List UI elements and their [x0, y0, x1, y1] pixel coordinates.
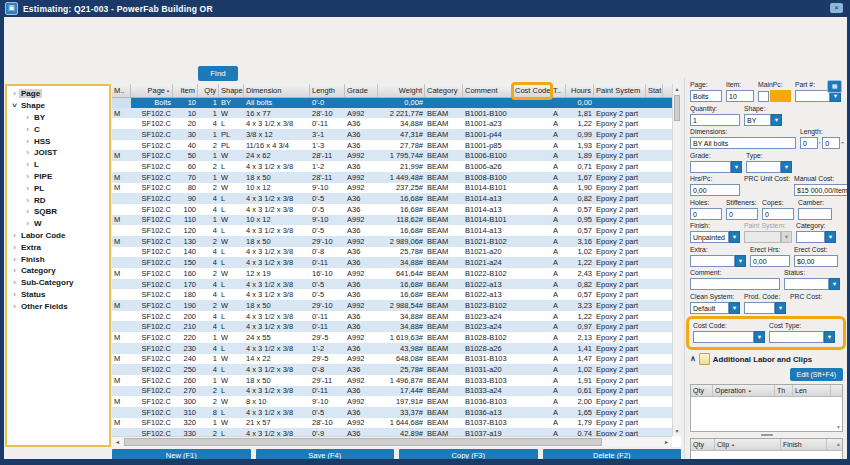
chevron-down-icon[interactable]: ˅: [10, 101, 19, 110]
tree-item-labor-code[interactable]: ›Labor Code: [7, 230, 109, 242]
clips-column-finish[interactable]: Finish: [781, 439, 827, 450]
tree-item-rd[interactable]: ›RD: [7, 194, 109, 206]
operations-column-len[interactable]: Len: [793, 385, 831, 396]
copes-field[interactable]: 0: [762, 208, 794, 220]
chevron-right-icon[interactable]: ›: [23, 137, 32, 146]
column-header-page[interactable]: Page▲: [131, 84, 173, 97]
chevron-right-icon[interactable]: ›: [23, 207, 32, 216]
chevron-right-icon[interactable]: ›: [10, 243, 19, 252]
finish-field[interactable]: Unpainted: [690, 231, 729, 243]
dropdown-arrow-icon[interactable]: ▼: [771, 114, 782, 126]
column-header-hours[interactable]: Hours: [566, 84, 594, 97]
column-header-category[interactable]: Category: [425, 84, 463, 97]
grid-row[interactable]: MSF102.C3201W21 x 5728'-10A9921 644,68#B…: [112, 418, 672, 429]
scroll-up-icon[interactable]: ▲: [673, 84, 681, 94]
grade-field[interactable]: [690, 161, 731, 173]
comment-field[interactable]: [690, 278, 780, 290]
grid-row[interactable]: SF102.C1204L4 x 3 1/2 x 3/80'-5A3616,68#…: [112, 225, 672, 236]
grid-row[interactable]: SF102.C1404L4 x 3 1/2 x 3/80'-8A3625,78#…: [112, 247, 672, 258]
chevron-right-icon[interactable]: ›: [10, 255, 19, 264]
vertical-scroll-thumb[interactable]: [674, 95, 680, 121]
expand-panel-icon[interactable]: ▦: [827, 80, 842, 93]
find-button[interactable]: Find: [198, 66, 238, 81]
tree-item-pipe[interactable]: ›PIPE: [7, 171, 109, 183]
grid-row[interactable]: SF102.C3108L4 x 3 1/2 x 3/80'-5A3633,37#…: [112, 407, 672, 418]
grid-row[interactable]: Bolts101BYAll bolts0'-00,00#0,00: [112, 97, 672, 108]
grid-row[interactable]: SF102.C602L4 x 3 1/2 x 3/81'-2A3621,99#B…: [112, 161, 672, 172]
grid-row[interactable]: MSF102.C802W10 x 129'-10A992237,25#BEAMB…: [112, 183, 672, 194]
tree-item-category[interactable]: ›Category: [7, 265, 109, 277]
dropdown-arrow-icon[interactable]: ▼: [754, 331, 765, 343]
grid-row[interactable]: SF102.C2504L4 x 3 1/2 x 3/80'-8A3625,78#…: [112, 364, 672, 375]
grid-row[interactable]: SF102.C2104L4 x 3 1/2 x 3/80'-11A3634,88…: [112, 321, 672, 332]
cost-code-field[interactable]: [693, 331, 754, 343]
tree-item-status[interactable]: ›Status: [7, 289, 109, 301]
operations-column-operation[interactable]: Operation▲: [713, 385, 775, 396]
dropdown-arrow-icon[interactable]: ▼: [825, 231, 836, 243]
grid-row[interactable]: SF102.C1704L4 x 3 1/2 x 3/80'-5A3616,68#…: [112, 279, 672, 290]
grid-row[interactable]: SF102.C904L4 x 3 1/2 x 3/80'-5A3616,68#B…: [112, 193, 672, 204]
tree-item-by[interactable]: ›BY: [7, 112, 109, 124]
column-header-grade[interactable]: Grade: [345, 84, 378, 97]
tree-item-sub-category[interactable]: ›Sub-Category: [7, 277, 109, 289]
edit-labor-button[interactable]: Edit (Sft+F4): [790, 368, 843, 381]
prod-code-field[interactable]: [744, 302, 775, 314]
tree-item-finish[interactable]: ›Finish: [7, 253, 109, 265]
collapse-section-icon[interactable]: ∧: [690, 355, 696, 363]
chevron-right-icon[interactable]: ›: [23, 184, 32, 193]
dimensions-field[interactable]: BY All bolts: [690, 137, 796, 149]
dropdown-arrow-icon[interactable]: ▼: [729, 231, 740, 243]
column-header-dimension[interactable]: Dimension: [244, 84, 310, 97]
grid-row[interactable]: SF102.C402PL11/16 x 4 3/41'-3A3627,78#BE…: [112, 140, 672, 151]
chevron-right-icon[interactable]: ›: [10, 302, 19, 311]
column-header-stat[interactable]: Stat: [646, 84, 663, 97]
grid-row[interactable]: SF102.C1004L4 x 3 1/2 x 3/80'-5A3616,68#…: [112, 204, 672, 215]
operations-column-th[interactable]: Th: [775, 385, 793, 396]
chevron-right-icon[interactable]: ›: [10, 89, 19, 98]
tree-item-page[interactable]: ›Page: [7, 88, 109, 100]
horizontal-scrollbar[interactable]: ◄ ►: [112, 436, 672, 447]
dropdown-arrow-icon[interactable]: ▼: [775, 302, 786, 314]
column-header-m[interactable]: M..: [112, 84, 131, 97]
manual-cost-field[interactable]: $15 000,00/Item: [794, 184, 850, 196]
grid-row[interactable]: MSF102.C2601W18 x 5029'-11A9921 496,87#B…: [112, 375, 672, 386]
grid-row[interactable]: SF102.C2304L4 x 3 1/2 x 3/81'-2A3643,98#…: [112, 343, 672, 354]
dropdown-arrow-icon[interactable]: ▼: [829, 278, 840, 290]
chevron-right-icon[interactable]: ›: [10, 266, 19, 275]
chevron-right-icon[interactable]: ›: [10, 231, 19, 240]
shape-field[interactable]: BY: [744, 114, 771, 126]
type-field[interactable]: [746, 161, 781, 173]
scroll-right-icon[interactable]: ►: [661, 437, 672, 447]
scroll-left-icon[interactable]: ◄: [112, 437, 123, 447]
grid-row[interactable]: MSF102.C1302W18 x 5029'-10A9922 989,06#B…: [112, 236, 672, 247]
tree-item-l[interactable]: ›L: [7, 159, 109, 171]
grid-row[interactable]: SF102.C204L4 x 3 1/2 x 3/80'-11A3634,88#…: [112, 118, 672, 129]
operations-grid-body[interactable]: [691, 397, 842, 431]
grid-row[interactable]: MSF102.C3002W8 x 109'-10A992197,91#BEAMB…: [112, 396, 672, 407]
page-field[interactable]: Bolts: [690, 90, 722, 102]
grid-row[interactable]: SF102.C2004L4 x 3 1/2 x 3/80'-11A3634,88…: [112, 311, 672, 322]
column-header-cost-code[interactable]: Cost Code: [513, 84, 551, 97]
dropdown-arrow-icon[interactable]: ▼: [729, 302, 740, 314]
grid-row[interactable]: MSF102.C2401W14 x 2229'-5A992648,08#BEAM…: [112, 354, 672, 365]
grid-row[interactable]: SF102.C1804L4 x 3 1/2 x 3/80'-5A3616,68#…: [112, 289, 672, 300]
chevron-right-icon[interactable]: ›: [23, 148, 32, 157]
dropdown-arrow-icon[interactable]: ▼: [824, 331, 835, 343]
column-header-paint-system[interactable]: Paint System: [594, 84, 646, 97]
tree-item-shape[interactable]: ˅Shape: [7, 100, 109, 112]
hrs-pc-field[interactable]: 0,00: [690, 184, 740, 196]
scroll-down-icon[interactable]: ▼: [673, 426, 681, 436]
camber-field[interactable]: [798, 208, 832, 220]
horizontal-scroll-thumb[interactable]: [124, 438, 602, 446]
chevron-right-icon[interactable]: ›: [23, 160, 32, 169]
grid-row[interactable]: SF102.C301PL3/8 x 123'-1A3647,31#BEAMB10…: [112, 129, 672, 140]
dropdown-arrow-icon[interactable]: ▼: [781, 161, 792, 173]
grid-row[interactable]: MSF102.C2201W24 x 5529'-5A9921 619,63#BE…: [112, 332, 672, 343]
dropdown-arrow-icon[interactable]: ▼: [781, 231, 792, 243]
close-icon[interactable]: ✕: [830, 3, 843, 13]
operations-column-qty[interactable]: Qty: [691, 385, 713, 396]
chevron-right-icon[interactable]: ›: [10, 290, 19, 299]
chevron-right-icon[interactable]: ›: [23, 125, 32, 134]
grid-row[interactable]: SF102.C1504L4 x 3 1/2 x 3/80'-11A3634,88…: [112, 257, 672, 268]
holes-field[interactable]: 0: [690, 208, 722, 220]
